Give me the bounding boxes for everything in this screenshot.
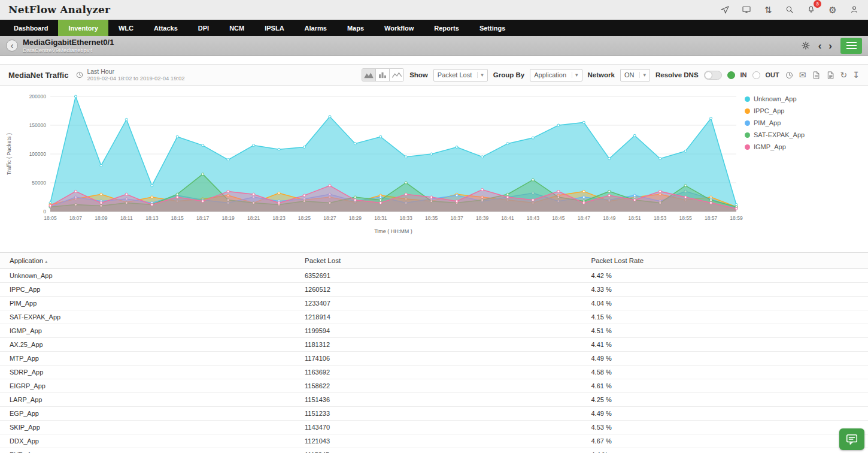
packet-lost-column-header[interactable]: Packet Lost — [295, 253, 582, 269]
traffic-chart[interactable]: 05000010000015000020000018:0518:0718:091… — [2, 89, 745, 238]
application-cell: EIGRP_App — [0, 379, 295, 393]
search-icon[interactable] — [784, 4, 795, 15]
bar-chart-button[interactable] — [376, 69, 390, 81]
table-row[interactable]: LARP_App11514364.25 % — [0, 393, 868, 407]
area-chart-button[interactable] — [362, 69, 376, 81]
user-icon[interactable] — [849, 4, 860, 15]
svg-text:18:47: 18:47 — [578, 215, 591, 221]
nav-item-reports[interactable]: Reports — [424, 20, 469, 36]
table-row[interactable]: RVD_App11153454.4 % — [0, 448, 868, 453]
packet-lost-rate-cell: 4.33 % — [582, 283, 868, 297]
table-row[interactable]: SDRP_App11636924.58 % — [0, 366, 868, 379]
nav-item-attacks[interactable]: Attacks — [144, 20, 188, 36]
nav-item-ipsla[interactable]: IPSLA — [254, 20, 294, 36]
packet-lost-cell: 1151436 — [295, 393, 582, 407]
application-cell: LARP_App — [0, 393, 295, 407]
packet-lost-rate-column-header[interactable]: Packet Lost Rate — [582, 253, 868, 269]
application-cell: MTP_App — [0, 352, 295, 366]
network-select[interactable]: ON ▾ — [620, 69, 650, 81]
svg-text:18:39: 18:39 — [476, 215, 489, 221]
group-by-label: Group By — [493, 71, 524, 78]
table-row[interactable]: PIM_App12334074.04 % — [0, 297, 868, 310]
legend-item[interactable]: PIM_App — [745, 119, 862, 126]
svg-text:18:53: 18:53 — [654, 215, 667, 221]
legend-label: SAT-EXPAK_App — [754, 131, 805, 138]
time-range[interactable]: Last Hour 2019-02-04 18:02 to 2019-02-04… — [75, 68, 184, 81]
live-chat-button[interactable] — [839, 428, 864, 450]
beacon-icon[interactable] — [800, 40, 811, 51]
nav-item-dashboard[interactable]: Dashboard — [4, 20, 58, 36]
table-row[interactable]: AX.25_App11813124.41 % — [0, 338, 868, 352]
application-cell: SAT-EXPAK_App — [0, 310, 295, 324]
nav-item-alarms[interactable]: Alarms — [295, 20, 337, 36]
prev-interface-button[interactable]: ‹ — [818, 41, 822, 51]
packet-lost-cell: 1163692 — [295, 366, 582, 379]
legend-item[interactable]: IPPC_App — [745, 107, 862, 114]
packet-lost-rate-cell: 4.25 % — [582, 393, 868, 407]
svg-text:150000: 150000 — [29, 122, 47, 128]
nav-item-workflow[interactable]: Workflow — [374, 20, 424, 36]
table-row[interactable]: IGMP_App11995944.51 % — [0, 324, 868, 338]
svg-text:18:31: 18:31 — [374, 215, 387, 221]
refresh-icon[interactable]: ↻ — [840, 71, 848, 79]
back-button[interactable]: ‹ — [6, 40, 18, 52]
gear-icon[interactable]: ⚙ — [827, 4, 838, 15]
application-column-header[interactable]: Application▴ — [0, 253, 295, 269]
chat-icon — [845, 433, 858, 446]
svg-text:18:55: 18:55 — [679, 215, 692, 221]
packet-lost-cell: 1199594 — [295, 324, 582, 338]
packet-lost-rate-cell: 4.4 % — [582, 448, 868, 453]
show-select[interactable]: Packet Lost ▾ — [433, 69, 488, 81]
nav-item-dpi[interactable]: DPI — [188, 20, 219, 36]
show-label: Show — [409, 71, 428, 78]
table-row[interactable]: DDX_App11210434.67 % — [0, 434, 868, 448]
table-row[interactable]: IPPC_App12605124.33 % — [0, 283, 868, 297]
svg-text:18:19: 18:19 — [221, 215, 235, 221]
table-row[interactable]: EGP_App11512334.49 % — [0, 407, 868, 421]
svg-text:18:29: 18:29 — [349, 215, 362, 221]
packet-lost-rate-cell: 4.53 % — [582, 421, 868, 434]
nav-item-wlc[interactable]: WLC — [108, 20, 144, 36]
next-interface-button[interactable]: › — [828, 41, 832, 51]
application-cell: IGMP_App — [0, 324, 295, 338]
clock-icon — [75, 71, 84, 79]
packet-lost-rate-cell: 4.51 % — [582, 324, 868, 338]
legend-item[interactable]: Unknown_App — [745, 95, 862, 102]
svg-text:Traffic ( Packets ): Traffic ( Packets ) — [6, 133, 12, 175]
demo-monitor-icon[interactable] — [741, 4, 752, 15]
transfer-icon[interactable]: ⇅ — [763, 4, 773, 15]
table-row[interactable]: MTP_App11741064.49 % — [0, 352, 868, 366]
nav-item-settings[interactable]: Settings — [469, 20, 515, 36]
svg-text:18:11: 18:11 — [120, 215, 133, 221]
alarm-bell-icon[interactable]: 3 — [806, 4, 817, 15]
resolve-dns-toggle[interactable] — [704, 71, 722, 80]
top-icons: ⇅ 3 ⚙ — [720, 4, 860, 15]
legend-item[interactable]: SAT-EXPAK_App — [745, 131, 862, 138]
nav-item-ncm[interactable]: NCM — [219, 20, 254, 36]
out-radio[interactable] — [752, 71, 760, 79]
nav-item-maps[interactable]: Maps — [337, 20, 374, 36]
in-radio[interactable] — [727, 71, 735, 79]
csv-export-icon[interactable] — [826, 71, 835, 80]
network-label: Network — [588, 71, 615, 78]
group-by-select[interactable]: Application ▾ — [530, 69, 582, 81]
table-row[interactable]: Unknown_App63526914.42 % — [0, 269, 868, 283]
legend-item[interactable]: IGMP_App — [745, 143, 862, 150]
nav-item-inventory[interactable]: Inventory — [58, 20, 108, 36]
packet-lost-rate-cell: 4.41 % — [582, 338, 868, 352]
svg-text:18:35: 18:35 — [425, 215, 438, 221]
packet-lost-cell: 1143470 — [295, 421, 582, 434]
packet-lost-cell: 1174106 — [295, 352, 582, 366]
legend-label: IGMP_App — [754, 143, 786, 150]
table-row[interactable]: EIGRP_App11586224.61 % — [0, 379, 868, 393]
line-chart-button[interactable] — [390, 69, 403, 81]
table-row[interactable]: SKIP_App11434704.53 % — [0, 421, 868, 434]
send-feedback-icon[interactable] — [720, 4, 730, 15]
schedule-icon[interactable] — [785, 71, 794, 80]
menu-button[interactable] — [840, 38, 862, 54]
pdf-export-icon[interactable] — [812, 71, 821, 80]
table-row[interactable]: SAT-EXPAK_App12189144.15 % — [0, 310, 868, 324]
export-icon[interactable]: ↧ — [852, 71, 860, 79]
email-report-icon[interactable]: ✉ — [799, 71, 806, 79]
application-cell: SKIP_App — [0, 421, 295, 434]
